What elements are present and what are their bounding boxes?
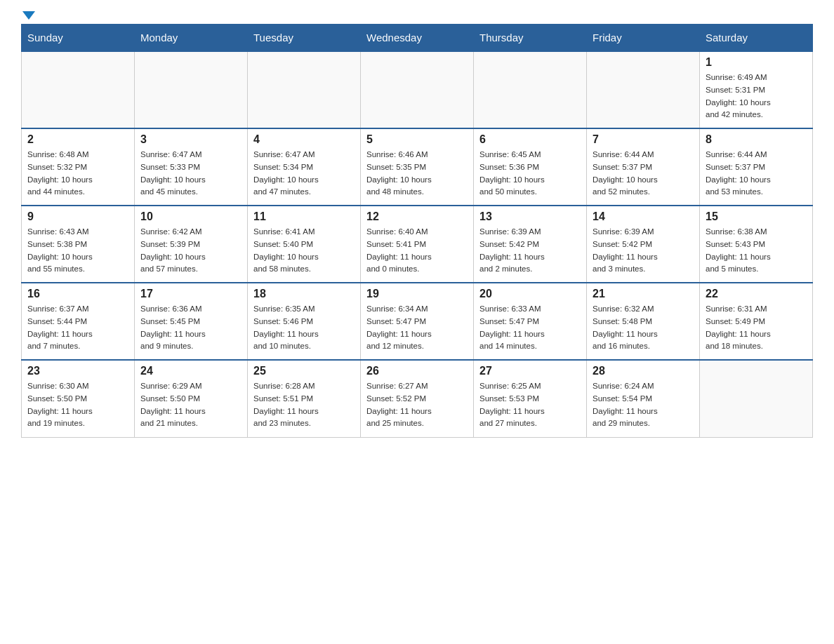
day-info: Sunrise: 6:48 AM Sunset: 5:32 PM Dayligh…	[27, 149, 128, 199]
day-info: Sunrise: 6:45 AM Sunset: 5:36 PM Dayligh…	[479, 149, 581, 199]
calendar-cell: 20Sunrise: 6:33 AM Sunset: 5:47 PM Dayli…	[474, 283, 587, 360]
day-number: 13	[479, 210, 581, 223]
calendar-cell: 3Sunrise: 6:47 AM Sunset: 5:33 PM Daylig…	[135, 128, 248, 206]
day-number: 6	[479, 133, 581, 146]
day-number: 16	[27, 288, 128, 300]
day-info: Sunrise: 6:44 AM Sunset: 5:37 PM Dayligh…	[593, 149, 694, 199]
calendar-cell: 27Sunrise: 6:25 AM Sunset: 5:53 PM Dayli…	[474, 360, 587, 437]
calendar-cell: 5Sunrise: 6:46 AM Sunset: 5:35 PM Daylig…	[361, 128, 474, 206]
day-info: Sunrise: 6:41 AM Sunset: 5:40 PM Dayligh…	[253, 226, 355, 276]
day-info: Sunrise: 6:34 AM Sunset: 5:47 PM Dayligh…	[366, 303, 468, 353]
page-header	[21, 14, 813, 17]
day-number: 27	[479, 365, 581, 377]
day-number: 15	[706, 210, 807, 223]
week-row-1: 1Sunrise: 6:49 AM Sunset: 5:31 PM Daylig…	[22, 51, 813, 128]
calendar: SundayMondayTuesdayWednesdayThursdayFrid…	[21, 24, 813, 438]
day-info: Sunrise: 6:40 AM Sunset: 5:41 PM Dayligh…	[366, 226, 468, 276]
day-number: 5	[366, 133, 468, 146]
day-info: Sunrise: 6:25 AM Sunset: 5:53 PM Dayligh…	[479, 380, 581, 430]
calendar-cell: 21Sunrise: 6:32 AM Sunset: 5:48 PM Dayli…	[587, 283, 700, 360]
week-row-4: 16Sunrise: 6:37 AM Sunset: 5:44 PM Dayli…	[22, 283, 813, 360]
day-info: Sunrise: 6:47 AM Sunset: 5:33 PM Dayligh…	[140, 149, 241, 199]
day-info: Sunrise: 6:46 AM Sunset: 5:35 PM Dayligh…	[366, 149, 468, 199]
calendar-cell: 1Sunrise: 6:49 AM Sunset: 5:31 PM Daylig…	[700, 51, 813, 128]
calendar-cell: 6Sunrise: 6:45 AM Sunset: 5:36 PM Daylig…	[474, 128, 587, 206]
calendar-cell: 18Sunrise: 6:35 AM Sunset: 5:46 PM Dayli…	[248, 283, 361, 360]
day-info: Sunrise: 6:47 AM Sunset: 5:34 PM Dayligh…	[253, 149, 355, 199]
day-number: 25	[253, 365, 355, 377]
calendar-cell: 28Sunrise: 6:24 AM Sunset: 5:54 PM Dayli…	[587, 360, 700, 437]
calendar-cell: 11Sunrise: 6:41 AM Sunset: 5:40 PM Dayli…	[248, 206, 361, 283]
day-number: 26	[366, 365, 468, 377]
calendar-cell: 26Sunrise: 6:27 AM Sunset: 5:52 PM Dayli…	[361, 360, 474, 437]
day-number: 1	[706, 56, 807, 69]
calendar-cell: 17Sunrise: 6:36 AM Sunset: 5:45 PM Dayli…	[135, 283, 248, 360]
calendar-cell: 16Sunrise: 6:37 AM Sunset: 5:44 PM Dayli…	[22, 283, 135, 360]
day-info: Sunrise: 6:33 AM Sunset: 5:47 PM Dayligh…	[479, 303, 581, 353]
week-row-3: 9Sunrise: 6:43 AM Sunset: 5:38 PM Daylig…	[22, 206, 813, 283]
weekday-header-tuesday: Tuesday	[248, 25, 361, 52]
calendar-cell: 13Sunrise: 6:39 AM Sunset: 5:42 PM Dayli…	[474, 206, 587, 283]
day-number: 9	[27, 210, 128, 223]
day-number: 18	[253, 288, 355, 300]
calendar-cell: 2Sunrise: 6:48 AM Sunset: 5:32 PM Daylig…	[22, 128, 135, 206]
calendar-cell	[587, 51, 700, 128]
day-info: Sunrise: 6:29 AM Sunset: 5:50 PM Dayligh…	[140, 380, 241, 430]
calendar-cell	[135, 51, 248, 128]
day-number: 3	[140, 133, 241, 146]
day-number: 17	[140, 288, 241, 300]
day-info: Sunrise: 6:35 AM Sunset: 5:46 PM Dayligh…	[253, 303, 355, 353]
weekday-header-wednesday: Wednesday	[361, 25, 474, 52]
weekday-header-thursday: Thursday	[474, 25, 587, 52]
day-info: Sunrise: 6:36 AM Sunset: 5:45 PM Dayligh…	[140, 303, 241, 353]
day-number: 12	[366, 210, 468, 223]
day-info: Sunrise: 6:44 AM Sunset: 5:37 PM Dayligh…	[706, 149, 807, 199]
day-info: Sunrise: 6:24 AM Sunset: 5:54 PM Dayligh…	[593, 380, 694, 430]
day-number: 10	[140, 210, 241, 223]
day-number: 7	[593, 133, 694, 146]
calendar-cell: 24Sunrise: 6:29 AM Sunset: 5:50 PM Dayli…	[135, 360, 248, 437]
calendar-cell: 19Sunrise: 6:34 AM Sunset: 5:47 PM Dayli…	[361, 283, 474, 360]
weekday-header-row: SundayMondayTuesdayWednesdayThursdayFrid…	[22, 25, 813, 52]
day-number: 22	[706, 288, 807, 300]
calendar-cell: 15Sunrise: 6:38 AM Sunset: 5:43 PM Dayli…	[700, 206, 813, 283]
calendar-cell: 10Sunrise: 6:42 AM Sunset: 5:39 PM Dayli…	[135, 206, 248, 283]
weekday-header-sunday: Sunday	[22, 25, 135, 52]
calendar-cell: 9Sunrise: 6:43 AM Sunset: 5:38 PM Daylig…	[22, 206, 135, 283]
day-number: 4	[253, 133, 355, 146]
day-number: 19	[366, 288, 468, 300]
weekday-header-monday: Monday	[135, 25, 248, 52]
day-info: Sunrise: 6:49 AM Sunset: 5:31 PM Dayligh…	[706, 72, 807, 121]
calendar-cell: 14Sunrise: 6:39 AM Sunset: 5:42 PM Dayli…	[587, 206, 700, 283]
weekday-header-friday: Friday	[587, 25, 700, 52]
day-number: 11	[253, 210, 355, 223]
day-info: Sunrise: 6:37 AM Sunset: 5:44 PM Dayligh…	[27, 303, 128, 353]
calendar-cell	[248, 51, 361, 128]
week-row-2: 2Sunrise: 6:48 AM Sunset: 5:32 PM Daylig…	[22, 128, 813, 206]
day-info: Sunrise: 6:27 AM Sunset: 5:52 PM Dayligh…	[366, 380, 468, 430]
day-number: 2	[27, 133, 128, 146]
calendar-cell: 23Sunrise: 6:30 AM Sunset: 5:50 PM Dayli…	[22, 360, 135, 437]
calendar-cell	[700, 360, 813, 437]
calendar-cell: 7Sunrise: 6:44 AM Sunset: 5:37 PM Daylig…	[587, 128, 700, 206]
calendar-cell: 12Sunrise: 6:40 AM Sunset: 5:41 PM Dayli…	[361, 206, 474, 283]
day-info: Sunrise: 6:43 AM Sunset: 5:38 PM Dayligh…	[27, 226, 128, 276]
calendar-cell: 8Sunrise: 6:44 AM Sunset: 5:37 PM Daylig…	[700, 128, 813, 206]
day-info: Sunrise: 6:42 AM Sunset: 5:39 PM Dayligh…	[140, 226, 241, 276]
day-number: 14	[593, 210, 694, 223]
day-info: Sunrise: 6:31 AM Sunset: 5:49 PM Dayligh…	[706, 303, 807, 353]
day-info: Sunrise: 6:32 AM Sunset: 5:48 PM Dayligh…	[593, 303, 694, 353]
week-row-5: 23Sunrise: 6:30 AM Sunset: 5:50 PM Dayli…	[22, 360, 813, 437]
logo	[21, 14, 35, 15]
calendar-cell	[22, 51, 135, 128]
calendar-cell: 4Sunrise: 6:47 AM Sunset: 5:34 PM Daylig…	[248, 128, 361, 206]
calendar-cell: 22Sunrise: 6:31 AM Sunset: 5:49 PM Dayli…	[700, 283, 813, 360]
day-number: 28	[593, 365, 694, 377]
day-number: 8	[706, 133, 807, 146]
day-info: Sunrise: 6:28 AM Sunset: 5:51 PM Dayligh…	[253, 380, 355, 430]
calendar-cell: 25Sunrise: 6:28 AM Sunset: 5:51 PM Dayli…	[248, 360, 361, 437]
day-info: Sunrise: 6:38 AM Sunset: 5:43 PM Dayligh…	[706, 226, 807, 276]
day-info: Sunrise: 6:30 AM Sunset: 5:50 PM Dayligh…	[27, 380, 128, 430]
calendar-cell	[361, 51, 474, 128]
day-info: Sunrise: 6:39 AM Sunset: 5:42 PM Dayligh…	[593, 226, 694, 276]
